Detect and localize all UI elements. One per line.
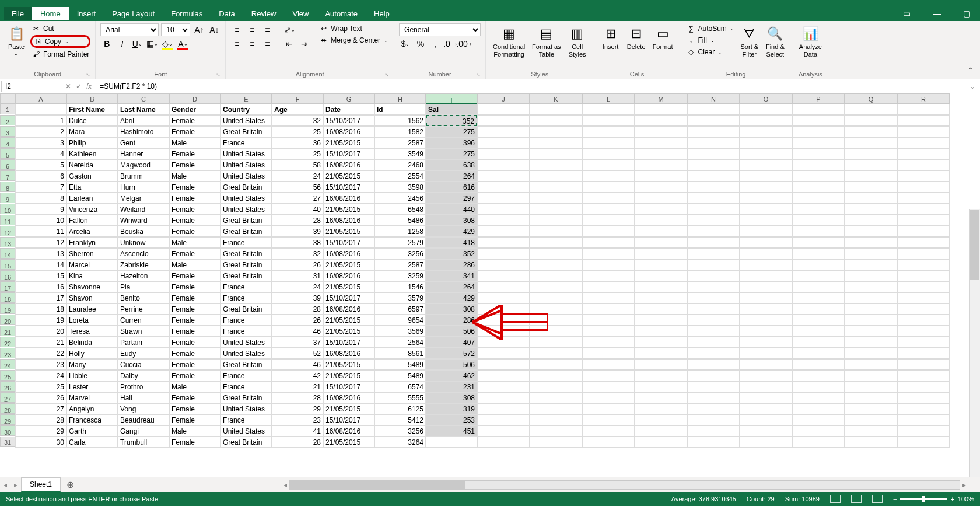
cell[interactable]: 15/10/2017 bbox=[323, 381, 374, 392]
cell[interactable]: 25 bbox=[272, 126, 323, 137]
cell[interactable] bbox=[792, 148, 845, 159]
cell[interactable] bbox=[530, 437, 582, 448]
cell[interactable] bbox=[530, 403, 582, 414]
tab-automate[interactable]: Automate bbox=[317, 7, 366, 20]
cell[interactable]: 52 bbox=[272, 348, 323, 359]
cell[interactable] bbox=[897, 170, 950, 182]
accounting-format-icon[interactable]: $⌄ bbox=[399, 37, 412, 50]
cell[interactable]: 275 bbox=[426, 126, 477, 137]
zoom-out-icon[interactable]: − bbox=[893, 495, 897, 502]
cell[interactable]: 3569 bbox=[374, 326, 426, 337]
fx-icon[interactable]: fx bbox=[86, 82, 92, 90]
cell[interactable]: Great Britain bbox=[220, 226, 272, 237]
cell[interactable] bbox=[845, 414, 897, 425]
cell[interactable]: 3259 bbox=[374, 270, 426, 281]
cell[interactable]: Bouska bbox=[118, 226, 169, 237]
cell[interactable] bbox=[687, 126, 740, 137]
tab-file[interactable]: File bbox=[4, 7, 32, 20]
cell[interactable] bbox=[582, 337, 635, 348]
cell[interactable] bbox=[740, 170, 792, 182]
cell[interactable]: 8561 bbox=[374, 348, 426, 359]
cell[interactable]: 5 bbox=[15, 159, 66, 170]
cell[interactable] bbox=[477, 226, 530, 237]
cell[interactable] bbox=[635, 259, 687, 270]
row-header[interactable]: 22 bbox=[0, 337, 15, 347]
cell[interactable] bbox=[792, 437, 845, 448]
cell[interactable]: 308 bbox=[426, 392, 477, 403]
cell[interactable]: 36 bbox=[272, 137, 323, 148]
cell[interactable]: Mara bbox=[66, 126, 118, 137]
cell[interactable]: 2 bbox=[15, 126, 66, 137]
cell[interactable]: Female bbox=[169, 359, 220, 370]
cell[interactable] bbox=[792, 215, 845, 226]
cell[interactable] bbox=[477, 126, 530, 137]
cell[interactable]: 24 bbox=[15, 370, 66, 381]
cell[interactable]: 28 bbox=[272, 437, 323, 448]
align-bottom-icon[interactable]: ≡ bbox=[261, 23, 274, 36]
cell[interactable] bbox=[845, 237, 897, 248]
cell[interactable]: 28 bbox=[272, 392, 323, 403]
cell[interactable]: France bbox=[220, 370, 272, 381]
cell[interactable]: Female bbox=[169, 226, 220, 237]
cell[interactable] bbox=[477, 292, 530, 303]
cell[interactable]: 5489 bbox=[374, 370, 426, 381]
cell[interactable] bbox=[845, 403, 897, 414]
cell[interactable] bbox=[530, 348, 582, 359]
cell[interactable]: 21/05/2015 bbox=[323, 137, 374, 148]
cell[interactable]: Female bbox=[169, 159, 220, 170]
cell[interactable]: 308 bbox=[426, 303, 477, 315]
cell[interactable] bbox=[792, 315, 845, 326]
cell[interactable]: United States bbox=[220, 170, 272, 182]
cell[interactable] bbox=[687, 303, 740, 315]
fill-color-button[interactable]: ◇⌄ bbox=[161, 37, 174, 50]
cell[interactable] bbox=[635, 381, 687, 392]
cell[interactable] bbox=[582, 182, 635, 193]
font-launcher[interactable]: ⤡ bbox=[216, 72, 220, 78]
cell[interactable] bbox=[687, 226, 740, 237]
zoom-slider[interactable] bbox=[900, 498, 947, 500]
cell[interactable]: Gangi bbox=[118, 425, 169, 437]
cell[interactable] bbox=[582, 115, 635, 126]
clipboard-launcher[interactable]: ⤡ bbox=[86, 72, 90, 78]
cell[interactable]: Ascencio bbox=[118, 248, 169, 259]
analyze-data-button[interactable]: 📊Analyze Data bbox=[797, 23, 824, 60]
vertical-scrollbar[interactable] bbox=[970, 209, 980, 477]
cell[interactable]: 3256 bbox=[374, 425, 426, 437]
cell[interactable] bbox=[635, 348, 687, 359]
row-header[interactable]: 14 bbox=[0, 248, 15, 259]
cell[interactable] bbox=[792, 425, 845, 437]
cell[interactable] bbox=[687, 182, 740, 193]
cell[interactable]: Brumm bbox=[118, 170, 169, 182]
cell[interactable] bbox=[687, 204, 740, 215]
cell[interactable] bbox=[582, 425, 635, 437]
alignment-launcher[interactable]: ⤡ bbox=[384, 72, 389, 78]
cell[interactable]: 2587 bbox=[374, 137, 426, 148]
cell[interactable] bbox=[582, 292, 635, 303]
cell[interactable] bbox=[635, 370, 687, 381]
cell[interactable]: Great Britain bbox=[220, 270, 272, 281]
cell[interactable]: Curren bbox=[118, 315, 169, 326]
cell[interactable]: 15/10/2017 bbox=[323, 414, 374, 425]
cell[interactable] bbox=[530, 215, 582, 226]
cell[interactable] bbox=[582, 248, 635, 259]
cell[interactable]: Vong bbox=[118, 403, 169, 414]
cell[interactable]: 5486 bbox=[374, 215, 426, 226]
cell[interactable] bbox=[582, 381, 635, 392]
cell[interactable]: Male bbox=[169, 425, 220, 437]
horizontal-scrollbar[interactable]: ◂ ▸ bbox=[80, 480, 980, 490]
cell[interactable]: 341 bbox=[426, 270, 477, 281]
row-header[interactable]: 16 bbox=[0, 270, 15, 281]
row-header[interactable]: 26 bbox=[0, 381, 15, 392]
normal-view-icon[interactable] bbox=[830, 495, 841, 503]
cell[interactable]: Vincenza bbox=[66, 204, 118, 215]
cell[interactable] bbox=[687, 237, 740, 248]
cell[interactable]: 3264 bbox=[374, 437, 426, 448]
cell[interactable] bbox=[477, 148, 530, 159]
cell[interactable]: United States bbox=[220, 403, 272, 414]
cell[interactable]: 506 bbox=[426, 326, 477, 337]
cell[interactable] bbox=[845, 137, 897, 148]
cell[interactable]: Female bbox=[169, 215, 220, 226]
cell[interactable]: 41 bbox=[272, 425, 323, 437]
cell[interactable]: Eudy bbox=[118, 348, 169, 359]
cell[interactable] bbox=[897, 159, 950, 170]
